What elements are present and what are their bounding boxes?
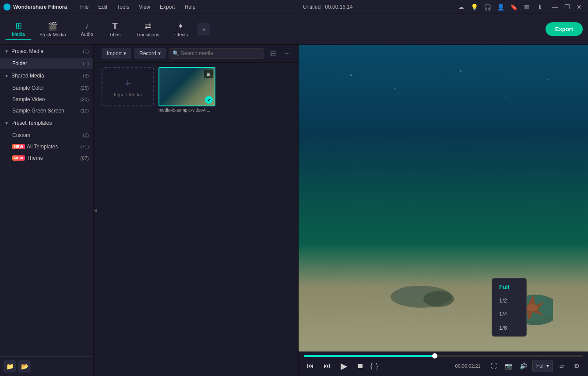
stock-media-label: Stock Media: [39, 32, 66, 37]
filter-icon: ⊟: [270, 49, 276, 58]
media-icon: ⊞: [15, 21, 22, 31]
menu-view[interactable]: View: [134, 2, 155, 12]
step-back-button[interactable]: ⏭: [320, 359, 334, 372]
toolbar-media[interactable]: ⊞ Media: [5, 18, 32, 40]
sidebar-header-project-media[interactable]: ▼ Project Media (1): [0, 45, 93, 58]
search-input[interactable]: [181, 50, 260, 56]
quality-option-full[interactable]: Full: [492, 280, 526, 294]
bookmark-icon[interactable]: 🔖: [508, 2, 519, 12]
close-button[interactable]: ✕: [574, 2, 584, 12]
media-panel: Import ▾ Record ▾ 🔍 ⊟ ⋯ + Import Media: [97, 45, 299, 376]
quality-dropdown-button[interactable]: Full ▾: [532, 360, 553, 372]
media-item[interactable]: ⊞ ✓ media-io-sample-video-tr...: [158, 67, 215, 112]
download-icon[interactable]: ⬇: [535, 2, 545, 12]
all-templates-label: All Templates: [27, 144, 80, 150]
sample-color-count: (25): [80, 85, 89, 91]
export-button[interactable]: Export: [546, 22, 583, 36]
add-folder-button[interactable]: 📁: [4, 360, 16, 372]
settings-button[interactable]: ⚙: [570, 360, 583, 372]
quality-label: Full: [536, 363, 545, 369]
app-name: Wondershare Filmora: [13, 4, 67, 10]
more-options-button[interactable]: ⋯: [282, 47, 294, 60]
filter-button[interactable]: ⊟: [267, 47, 279, 60]
custom-count: (0): [83, 133, 89, 138]
project-media-label: Project Media: [11, 48, 83, 54]
sidebar-item-sample-green[interactable]: Sample Green Screen (10): [0, 105, 93, 116]
playback-progress-bar[interactable]: [304, 355, 583, 357]
record-button[interactable]: Record ▾: [134, 48, 166, 59]
skip-back-button[interactable]: ⏮: [304, 359, 317, 372]
maximize-button[interactable]: ❐: [562, 2, 572, 12]
volume-button[interactable]: 🔊: [518, 360, 530, 372]
time-display: 00:00:02:21: [455, 363, 481, 369]
cloud-icon[interactable]: ☁: [456, 2, 466, 12]
toolbar-transitions[interactable]: ⇄ Transitions: [130, 19, 165, 40]
stop-button[interactable]: ⏹: [354, 359, 367, 372]
toolbar-stock-media[interactable]: 🎬 Stock Media: [33, 19, 72, 40]
water-particles: [307, 53, 570, 141]
svg-point-10: [504, 97, 505, 98]
sidebar-item-theme[interactable]: NEW Theme (67): [0, 152, 93, 164]
sidebar-section-preset-templates: ▼ Preset Templates Custom (0) NEW All Te…: [0, 116, 93, 164]
shared-media-count: (3): [83, 73, 89, 78]
screenshot-button[interactable]: 📷: [503, 360, 515, 372]
sidebar-header-preset-templates[interactable]: ▼ Preset Templates: [0, 116, 93, 130]
sample-video-count: (20): [80, 97, 89, 102]
sidebar-item-custom[interactable]: Custom (0): [0, 130, 93, 141]
all-templates-count: (71): [80, 144, 89, 149]
sample-green-label: Sample Green Screen: [12, 108, 80, 114]
sample-color-label: Sample Color: [12, 85, 80, 91]
quality-option-quarter[interactable]: 1/4: [492, 307, 526, 321]
main-area: ▼ Project Media (1) Folder (1) ▼ Shared …: [0, 45, 588, 376]
preview-controls: ⏮ ⏭ ▶ ⏹ { } 00:00:02:21 ⛶ 📷 🔊 Full ▾ ▱ ⚙: [299, 351, 588, 376]
import-dropdown-icon: ▾: [123, 50, 126, 56]
sidebar-item-sample-color[interactable]: Sample Color (25): [0, 82, 93, 94]
minimize-button[interactable]: —: [549, 2, 560, 12]
toolbar-audio[interactable]: ♪ Audio: [74, 19, 100, 39]
sidebar-header-shared-media[interactable]: ▼ Shared Media (3): [0, 69, 93, 82]
menu-edit[interactable]: Edit: [94, 2, 112, 12]
toolbar-titles[interactable]: T Titles: [102, 18, 128, 40]
media-overlay-icon[interactable]: ⊞: [204, 70, 213, 78]
arrow-icon: ▼: [4, 49, 9, 54]
quality-option-eighth[interactable]: 1/8: [492, 321, 526, 334]
search-box[interactable]: 🔍: [169, 48, 264, 59]
sidebar-collapse-handle[interactable]: ◀: [94, 45, 97, 376]
new-folder-button[interactable]: 📂: [18, 360, 31, 372]
audio-icon: ♪: [85, 21, 89, 31]
video-preview: [299, 45, 588, 351]
stock-media-icon: 🎬: [48, 21, 57, 31]
titles-icon: T: [112, 21, 117, 31]
user-icon[interactable]: 👤: [495, 2, 506, 12]
menu-file[interactable]: File: [76, 2, 93, 12]
quality-option-half[interactable]: 1/2: [492, 294, 526, 307]
bulb-icon[interactable]: 💡: [469, 2, 479, 12]
quality-dropdown-popup: Full 1/2 1/4 1/8: [492, 278, 527, 337]
new-folder-icon: 📂: [21, 363, 28, 370]
media-label: Media: [12, 32, 25, 37]
import-button[interactable]: Import ▾: [102, 48, 131, 59]
plus-icon: +: [124, 76, 131, 90]
menu-bar: File Edit Tools View Export Help: [76, 2, 200, 12]
headphone-icon[interactable]: 🎧: [482, 2, 493, 12]
sidebar-item-folder[interactable]: Folder (1): [0, 58, 93, 69]
menu-export[interactable]: Export: [155, 2, 180, 12]
add-folder-icon: 📁: [6, 363, 14, 370]
media-grid: + Import Media ⊞ ✓ media-io-sample-video…: [97, 63, 298, 376]
menu-help[interactable]: Help: [180, 2, 200, 12]
toolbar-effects[interactable]: ✦ Effects: [167, 19, 194, 40]
play-button[interactable]: ▶: [337, 359, 350, 372]
svg-point-3: [527, 304, 538, 311]
sidebar-item-sample-video[interactable]: Sample Video (20): [0, 94, 93, 105]
pip-button[interactable]: ▱: [556, 360, 568, 372]
header-icons: ☁ 💡 🎧 👤 🔖 ✉ ⬇: [456, 2, 545, 12]
import-media-placeholder[interactable]: + Import Media: [102, 67, 154, 106]
preset-templates-label: Preset Templates: [11, 120, 89, 126]
project-media-count: (1): [83, 49, 89, 54]
sidebar-section-shared-media: ▼ Shared Media (3) Sample Color (25) Sam…: [0, 69, 93, 116]
full-screen-button[interactable]: ⛶: [488, 360, 500, 372]
mail-icon[interactable]: ✉: [521, 2, 532, 12]
sidebar-item-all-templates[interactable]: NEW All Templates (71): [0, 141, 93, 152]
menu-tools[interactable]: Tools: [113, 2, 134, 12]
more-tools-button[interactable]: »: [197, 23, 210, 35]
